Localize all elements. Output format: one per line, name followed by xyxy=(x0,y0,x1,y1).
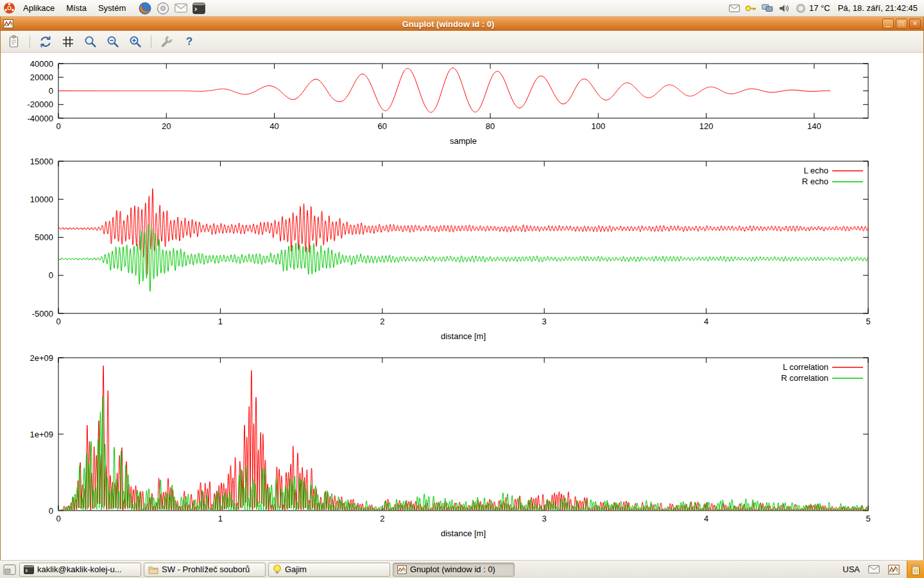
taskbar-window-label: Gajim xyxy=(285,565,307,574)
menu-system[interactable]: Systém xyxy=(92,0,132,16)
x-tick-label: 120 xyxy=(699,121,714,131)
plot-canvas: 020406080100120140-40000-200000200004000… xyxy=(1,53,923,560)
zoom-icon xyxy=(83,35,98,49)
series-line xyxy=(58,68,830,112)
correlation-chart[interactable]: 01234501e+092e+09distance [m]L correlati… xyxy=(1,351,924,560)
taskbar-right-applets: USA xyxy=(841,561,924,578)
x-tick-label: 140 xyxy=(807,121,821,131)
zoom-button[interactable] xyxy=(82,33,99,50)
window-title: Gnuplot (window id : 0) xyxy=(14,19,882,29)
mail-applet-icon[interactable] xyxy=(867,563,881,577)
zoom-out-icon xyxy=(106,35,120,49)
x-tick-label: 0 xyxy=(56,514,60,523)
maximize-button[interactable]: □ xyxy=(896,19,907,29)
terminal-icon xyxy=(24,565,34,574)
terminal-icon[interactable] xyxy=(192,1,205,15)
mail-notification-icon[interactable] xyxy=(728,3,740,14)
y-tick-label: 10000 xyxy=(30,195,53,204)
chart-applet-icon[interactable] xyxy=(887,563,901,577)
x-tick-label: 20 xyxy=(162,121,171,131)
legend-label: R echo xyxy=(802,177,828,186)
settings-button[interactable] xyxy=(158,33,175,50)
displays-icon[interactable] xyxy=(762,3,773,14)
x-tick-label: 4 xyxy=(704,317,708,326)
y-tick-label: 0 xyxy=(49,506,53,516)
gnome-top-panel: Aplikace Místa Systém xyxy=(0,0,924,17)
copy-icon xyxy=(7,35,21,49)
close-button[interactable]: × xyxy=(909,19,921,29)
show-desktop-button[interactable] xyxy=(2,562,17,577)
x-tick-label: 3 xyxy=(542,514,547,523)
copy-to-clipboard-button[interactable] xyxy=(6,33,22,50)
y-tick-label: -20000 xyxy=(28,100,53,109)
x-axis-label: sample xyxy=(450,136,477,146)
plot-border xyxy=(58,358,868,511)
mail-icon[interactable] xyxy=(174,1,187,15)
window-controls: _ □ × xyxy=(882,19,921,29)
y-tick-label: 1e+09 xyxy=(30,430,53,439)
y-tick-label: 15000 xyxy=(30,157,53,166)
help-button[interactable]: ? xyxy=(181,33,198,50)
refresh-button[interactable] xyxy=(37,33,54,50)
x-tick-label: 5 xyxy=(866,317,870,326)
series-line xyxy=(58,396,868,511)
ubuntu-logo-icon[interactable] xyxy=(3,2,16,15)
firefox-icon[interactable] xyxy=(138,1,151,15)
minimize-button[interactable]: _ xyxy=(882,19,894,29)
y-tick-label: -40000 xyxy=(28,114,53,123)
grid-icon xyxy=(61,35,75,49)
x-tick-label: 2 xyxy=(380,317,384,326)
echo-chart[interactable]: 012345-5000050001000015000distance [m]L … xyxy=(1,152,924,351)
x-tick-label: 1 xyxy=(218,514,223,523)
waveform-chart[interactable]: 020406080100120140-40000-200000200004000… xyxy=(1,53,924,152)
keyboard-layout-indicator[interactable]: USA xyxy=(841,565,861,574)
x-tick-label: 0 xyxy=(56,317,60,326)
x-tick-label: 40 xyxy=(270,121,278,131)
zoom-out-button[interactable] xyxy=(105,33,121,50)
help-icon: ? xyxy=(186,35,193,48)
taskbar-window-label: SW - Prohlížeč souborů xyxy=(162,565,250,574)
y-tick-label: 5000 xyxy=(35,232,53,242)
y-tick-label: 20000 xyxy=(30,73,53,82)
y-tick-label: 0 xyxy=(49,270,53,280)
clock-applet[interactable]: Pá, 18. září, 21:42:45 xyxy=(838,3,918,13)
taskbar: kaklik@kaklik-kolej-u... SW - Prohlížeč … xyxy=(0,560,924,578)
gajim-icon xyxy=(273,565,282,574)
taskbar-window-terminal[interactable]: kaklik@kaklik-kolej-u... xyxy=(19,563,141,577)
key-icon[interactable] xyxy=(745,3,757,14)
taskbar-window-file-manager[interactable]: SW - Prohlížeč souborů xyxy=(144,563,266,577)
legend-label: L correlation xyxy=(783,362,828,372)
taskbar-window-gnuplot[interactable]: Gnuplot (window id : 0) xyxy=(393,563,515,577)
taskbar-window-gajim[interactable]: Gajim xyxy=(268,563,390,577)
x-axis-label: distance [m] xyxy=(441,529,486,538)
weather-icon xyxy=(795,3,807,14)
volume-icon[interactable] xyxy=(778,3,790,14)
grid-toggle-button[interactable] xyxy=(60,33,76,50)
y-tick-label: 2e+09 xyxy=(30,353,53,363)
menu-places[interactable]: Místa xyxy=(60,0,92,16)
gnuplot-icon xyxy=(397,565,407,574)
x-tick-label: 80 xyxy=(486,121,495,131)
trash-applet[interactable] xyxy=(907,561,924,578)
gnuplot-window: Gnuplot (window id : 0) _ □ × xyxy=(0,17,924,560)
taskbar-window-label: Gnuplot (window id : 0) xyxy=(410,565,495,574)
help-icon[interactable] xyxy=(156,1,169,15)
menu-applications[interactable]: Aplikace xyxy=(17,0,60,16)
x-tick-label: 60 xyxy=(378,121,387,131)
y-tick-label: -5000 xyxy=(32,309,53,319)
x-axis-label: distance [m] xyxy=(441,331,486,341)
x-tick-label: 0 xyxy=(56,121,60,131)
zoom-in-button[interactable] xyxy=(127,33,144,50)
y-tick-label: 40000 xyxy=(30,59,53,69)
file-manager-icon xyxy=(148,565,158,574)
window-list: kaklik@kaklik-kolej-u... SW - Prohlížeč … xyxy=(19,563,517,577)
series-line xyxy=(58,365,868,511)
y-tick-label: 0 xyxy=(49,86,53,96)
zoom-in-icon xyxy=(128,35,142,49)
system-tray: 17 °C Pá, 18. září, 21:42:45 xyxy=(728,3,924,14)
x-tick-label: 2 xyxy=(380,514,384,523)
weather-applet[interactable]: 17 °C xyxy=(795,3,830,14)
settings-icon xyxy=(160,35,174,49)
titlebar[interactable]: Gnuplot (window id : 0) _ □ × xyxy=(1,17,923,31)
legend-label: L echo xyxy=(803,166,828,175)
